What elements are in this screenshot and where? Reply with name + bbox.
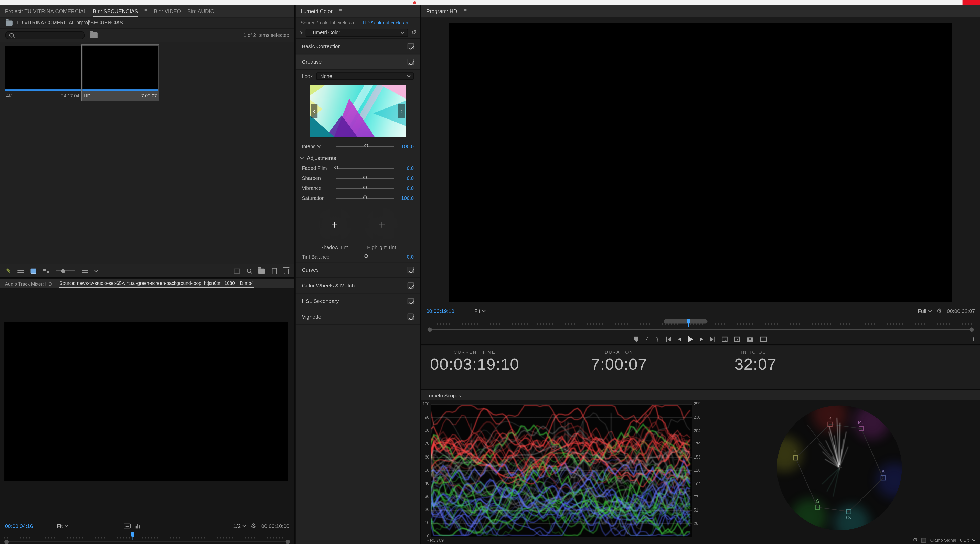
add-marker-button[interactable] bbox=[634, 335, 638, 343]
extract-button[interactable] bbox=[735, 335, 740, 343]
panel-menu-icon[interactable]: ≡ bbox=[463, 8, 467, 14]
section-vignette[interactable]: Vignette bbox=[296, 309, 420, 325]
freeform-view-icon[interactable] bbox=[43, 268, 49, 274]
go-to-in-button[interactable] bbox=[666, 335, 671, 343]
play-button[interactable] bbox=[688, 335, 693, 343]
saturation-slider[interactable] bbox=[336, 198, 394, 198]
slider-value[interactable]: 100.0 bbox=[398, 143, 414, 149]
slider-handle[interactable] bbox=[363, 195, 367, 199]
clip-item-4k[interactable]: 4K 24:17:04 bbox=[4, 44, 82, 101]
program-resolution-dropdown[interactable]: Full bbox=[918, 308, 931, 314]
hsl-secondary-checkbox[interactable] bbox=[407, 298, 414, 304]
basic-correction-checkbox[interactable] bbox=[407, 43, 414, 49]
section-hsl-secondary[interactable]: HSL Secondary bbox=[296, 293, 420, 309]
sharpen-slider[interactable] bbox=[336, 178, 394, 178]
vectorscope[interactable]: R Mg B Cy G Yl bbox=[769, 399, 909, 539]
clip-item-hd[interactable]: HD 7:00:07 bbox=[81, 44, 159, 101]
thumbnail-zoom-slider[interactable] bbox=[57, 268, 75, 274]
mark-in-button[interactable]: { bbox=[645, 335, 649, 343]
scopes-settings-wrench-icon[interactable]: ⚙ bbox=[913, 537, 918, 543]
section-creative[interactable]: Creative bbox=[296, 54, 420, 70]
tab-bin-video[interactable]: Bin: VIDEO bbox=[154, 5, 181, 17]
shadow-tint-wheel[interactable] bbox=[317, 208, 352, 243]
automate-to-sequence-icon[interactable] bbox=[234, 268, 240, 274]
slider-value[interactable]: 0.0 bbox=[398, 165, 414, 171]
source-zoom-dropdown[interactable]: 1/2 bbox=[233, 523, 245, 529]
slider-handle[interactable] bbox=[363, 176, 367, 179]
drag-audio-only-icon[interactable] bbox=[136, 523, 140, 529]
program-fit-dropdown[interactable]: Fit bbox=[474, 308, 485, 314]
rgb-waveform-scope[interactable] bbox=[431, 404, 692, 537]
adjustments-header[interactable]: Adjustments bbox=[296, 153, 420, 163]
drag-video-only-icon[interactable] bbox=[124, 523, 131, 529]
source-playhead[interactable] bbox=[131, 532, 134, 536]
zoom-slider-handle[interactable] bbox=[62, 269, 65, 273]
color-wheels-checkbox[interactable] bbox=[407, 282, 414, 289]
tab-audio-track-mixer[interactable]: Audio Track Mixer: HD bbox=[5, 279, 52, 288]
search-box[interactable] bbox=[5, 31, 85, 39]
tab-project[interactable]: Project: TU VITRINA COMERCIAL bbox=[5, 5, 87, 17]
scrollbar-right-handle[interactable] bbox=[969, 327, 974, 331]
scrollbar-left-handle[interactable] bbox=[428, 327, 432, 331]
source-time-ruler[interactable] bbox=[4, 532, 290, 540]
tab-lumetri-color[interactable]: Lumetri Color bbox=[301, 5, 332, 17]
writable-pencil-icon[interactable]: ✎ bbox=[6, 268, 11, 274]
panel-menu-icon[interactable]: ≡ bbox=[467, 392, 471, 398]
lift-button[interactable] bbox=[722, 335, 728, 343]
vignette-checkbox[interactable] bbox=[407, 314, 414, 320]
sort-icon[interactable] bbox=[82, 269, 88, 273]
breadcrumb[interactable]: TU VITRINA COMERCIAL.prproj\SECUENCIAS bbox=[16, 20, 123, 25]
section-curves[interactable]: Curves bbox=[296, 262, 420, 278]
button-editor-plus[interactable]: + bbox=[972, 336, 976, 343]
slider-handle[interactable] bbox=[364, 144, 368, 147]
curves-checkbox[interactable] bbox=[407, 266, 414, 273]
source-video-viewport[interactable] bbox=[4, 322, 288, 481]
source-current-timecode[interactable]: 00:00:04:16 bbox=[5, 523, 33, 529]
tint-balance-slider[interactable] bbox=[338, 256, 394, 257]
program-current-timecode[interactable]: 00:03:19:10 bbox=[426, 308, 454, 314]
slider-value[interactable]: 100.0 bbox=[398, 195, 414, 201]
new-item-icon[interactable] bbox=[272, 268, 277, 274]
step-forward-button[interactable] bbox=[700, 335, 703, 343]
lumetri-source-tab[interactable]: Source * colorful-circles-a... bbox=[301, 20, 358, 25]
panel-menu-icon[interactable]: ≡ bbox=[261, 281, 265, 286]
next-look-arrow[interactable]: › bbox=[398, 105, 405, 118]
slider-handle[interactable] bbox=[363, 186, 367, 189]
program-playhead[interactable] bbox=[687, 319, 690, 323]
slider-handle[interactable] bbox=[334, 165, 338, 170]
creative-checkbox[interactable] bbox=[407, 59, 414, 65]
find-icon[interactable] bbox=[247, 269, 251, 273]
program-time-ruler[interactable] bbox=[428, 319, 974, 326]
section-basic-correction[interactable]: Basic Correction bbox=[296, 39, 420, 54]
chevron-down-icon[interactable] bbox=[972, 538, 976, 541]
effect-dropdown[interactable]: Lumetri Color bbox=[306, 29, 408, 37]
titlebar-close-region[interactable] bbox=[963, 0, 980, 5]
faded-film-slider[interactable] bbox=[336, 168, 394, 168]
look-preview[interactable]: ‹ › bbox=[310, 85, 406, 137]
program-zoom-scrollbar[interactable] bbox=[428, 327, 974, 331]
panel-menu-icon[interactable]: ≡ bbox=[145, 8, 148, 14]
delete-icon[interactable] bbox=[284, 269, 289, 274]
export-frame-button[interactable] bbox=[747, 335, 753, 343]
slider-value[interactable]: 0.0 bbox=[398, 185, 414, 191]
settings-wrench-icon[interactable]: ⚙ bbox=[936, 308, 942, 314]
new-bin-icon[interactable] bbox=[258, 268, 265, 274]
panel-menu-icon[interactable]: ≡ bbox=[339, 8, 342, 14]
comparison-view-button[interactable] bbox=[760, 335, 767, 343]
clamp-signal-checkbox[interactable] bbox=[921, 538, 926, 543]
settings-wrench-icon[interactable]: ⚙ bbox=[251, 523, 256, 529]
slider-handle[interactable] bbox=[364, 254, 368, 258]
previous-look-arrow[interactable]: ‹ bbox=[310, 105, 317, 118]
icon-view-icon[interactable] bbox=[31, 268, 37, 274]
reset-effect-icon[interactable]: ↺ bbox=[411, 30, 416, 36]
source-fit-dropdown[interactable]: Fit bbox=[57, 523, 68, 529]
program-video-viewport[interactable] bbox=[449, 23, 952, 302]
list-view-icon[interactable] bbox=[18, 269, 24, 273]
intensity-slider[interactable] bbox=[336, 146, 394, 146]
search-input[interactable] bbox=[16, 32, 80, 38]
lumetri-clip-tab[interactable]: HD * colorful-circles-a... bbox=[363, 20, 412, 25]
vibrance-slider[interactable] bbox=[336, 188, 394, 188]
tab-program[interactable]: Program: HD bbox=[426, 5, 457, 17]
slider-value[interactable]: 0.0 bbox=[398, 175, 414, 181]
tab-source-clip[interactable]: Source: news-tv-studio-set-65-virtual-gr… bbox=[59, 279, 254, 288]
